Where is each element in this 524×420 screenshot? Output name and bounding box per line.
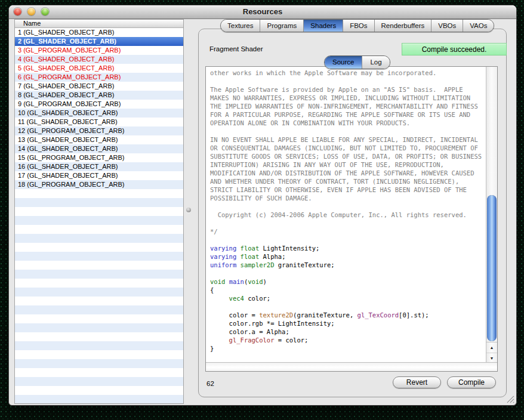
list-item[interactable]: 18 (GL_PROGRAM_OBJECT_ARB) (15, 180, 183, 189)
list-filler-row (15, 279, 183, 288)
code-line: gl_FragColor = color; (210, 336, 486, 344)
vertical-scrollbar[interactable]: ▲ ▼ (486, 67, 497, 363)
code-line: } (210, 344, 486, 353)
tab-textures[interactable]: Textures (221, 20, 260, 32)
code-line: POSSIBILITY OF SUCH DAMAGE. (210, 194, 486, 202)
code-line: varying float LightIntensity; (210, 244, 486, 252)
list-item[interactable]: 1 (GL_SHADER_OBJECT_ARB) (15, 28, 183, 37)
list-filler-row (15, 189, 183, 198)
line-count-label: 62 (206, 380, 214, 387)
shader-type-label: Fragment Shader (209, 45, 263, 52)
code-line: THE IMPLIED WARRANTIES OF NON-INFRINGEME… (210, 102, 486, 110)
code-line: FOR A PARTICULAR PURPOSE, REGARDING THE … (210, 110, 486, 119)
resource-list-body: 1 (GL_SHADER_OBJECT_ARB)2 (GL_SHADER_OBJ… (15, 28, 183, 404)
list-item[interactable]: 9 (GL_PROGRAM_OBJECT_ARB) (15, 100, 183, 109)
chevron-down-icon: ▼ (490, 356, 494, 360)
tab-log[interactable]: Log (362, 56, 389, 69)
code-line: color.a = Alpha; (210, 328, 486, 336)
list-filler-row (15, 243, 183, 252)
list-item[interactable]: 2 (GL_SHADER_OBJECT_ARB) (15, 37, 183, 46)
list-filler-row (15, 314, 183, 323)
tab-programs[interactable]: Programs (260, 20, 304, 32)
list-filler-row (15, 395, 183, 404)
horizontal-scrollbar[interactable] (206, 362, 497, 371)
scrollbar-arrows: ▲ ▼ (486, 342, 497, 363)
resource-list: Name 1 (GL_SHADER_OBJECT_ARB)2 (GL_SHADE… (14, 19, 184, 404)
list-filler-row (15, 216, 183, 225)
compile-button[interactable]: Compile (447, 376, 496, 388)
list-item[interactable]: 3 (GL_PROGRAM_OBJECT_ARB) (15, 46, 183, 55)
list-filler-row (15, 198, 183, 207)
list-item[interactable]: 10 (GL_SHADER_OBJECT_ARB) (15, 109, 183, 118)
resource-tabs: TexturesProgramsShadersFBOsRenderbuffers… (220, 19, 494, 32)
scrollbar-thumb[interactable] (487, 195, 497, 341)
chevron-up-icon: ▲ (490, 345, 494, 350)
code-line: */ (210, 227, 486, 236)
list-item[interactable]: 13 (GL_SHADER_OBJECT_ARB) (15, 135, 183, 144)
code-line (210, 127, 486, 135)
tab-vaos[interactable]: VAOs (463, 20, 494, 32)
list-item[interactable]: 7 (GL_SHADER_OBJECT_ARB) (15, 82, 183, 91)
list-filler-row (15, 350, 183, 359)
list-filler-row (15, 332, 183, 341)
code-line: color = texture2D(graniteTexture, gl_Tex… (210, 311, 486, 319)
code-line: color.rgb *= LightIntensity; (210, 319, 486, 328)
code-pane[interactable]: other works in which the Apple Software … (206, 67, 486, 363)
scroll-up-button[interactable]: ▲ (486, 342, 497, 353)
list-item[interactable]: 16 (GL_SHADER_OBJECT_ARB) (15, 162, 183, 171)
tab-shaders[interactable]: Shaders (304, 20, 343, 32)
list-item[interactable]: 4 (GL_SHADER_OBJECT_ARB) (15, 55, 183, 64)
code-line (210, 302, 486, 311)
list-item[interactable]: 8 (GL_SHADER_OBJECT_ARB) (15, 91, 183, 100)
list-item[interactable]: 11 (GL_SHADER_OBJECT_ARB) (15, 118, 183, 126)
titlebar[interactable]: Resources (9, 5, 516, 19)
app-window: Resources Name 1 (GL_SHADER_OBJECT_ARB)2… (8, 5, 517, 406)
code-line: MODIFICATION AND/OR DISTRIBUTION OF THE … (210, 169, 486, 177)
list-filler-row (15, 234, 183, 243)
splitter-grip-icon[interactable] (186, 208, 191, 212)
list-filler-row (15, 305, 183, 314)
code-line: varying float Alpha; (210, 252, 486, 261)
resize-grip-icon[interactable] (506, 395, 514, 403)
code-line (210, 77, 486, 85)
code-line (210, 202, 486, 211)
list-filler-row (15, 270, 183, 279)
list-item[interactable]: 12 (GL_PROGRAM_OBJECT_ARB) (15, 126, 183, 135)
code-line: void main(void) (210, 277, 486, 286)
list-item[interactable]: 5 (GL_SHADER_OBJECT_ARB) (15, 64, 183, 73)
list-filler-row (15, 377, 183, 386)
code-line: SUBSTITUTE GOODS OR SERVICES; LOSS OF US… (210, 152, 486, 160)
revert-button[interactable]: Revert (393, 376, 441, 388)
list-item[interactable]: 17 (GL_SHADER_OBJECT_ARB) (15, 171, 183, 180)
code-line: STRICT LIABILITY OR OTHERWISE, EVEN IF A… (210, 186, 486, 194)
code-line: uniform sampler2D graniteTexture; (210, 261, 486, 269)
code-line: vec4 color; (210, 294, 486, 302)
code-line: other works in which the Apple Software … (210, 69, 486, 77)
list-item[interactable]: 14 (GL_SHADER_OBJECT_ARB) (15, 144, 183, 153)
list-item[interactable]: 6 (GL_PROGRAM_OBJECT_ARB) (15, 73, 183, 82)
source-log-tabs: SourceLog (324, 55, 390, 69)
tab-renderbuffers[interactable]: Renderbuffers (375, 20, 432, 32)
tab-vbos[interactable]: VBOs (431, 20, 463, 32)
code-line: AND WHETHER UNDER THEORY OF CONTRACT, TO… (210, 177, 486, 186)
code-line: Copyright (c) 2004-2006 Apple Computer, … (210, 211, 486, 219)
code-line (210, 236, 486, 244)
list-filler-row (15, 368, 183, 377)
list-filler-row (15, 297, 183, 305)
window-title: Resources (9, 5, 516, 18)
code-line: OPERATION ALONE OR IN COMBINATION WITH Y… (210, 119, 486, 127)
list-filler-row (15, 323, 183, 332)
code-line (210, 269, 486, 277)
tab-source[interactable]: Source (325, 56, 362, 69)
list-filler-row (15, 386, 183, 395)
list-filler-row (15, 341, 183, 350)
tab-fbos[interactable]: FBOs (343, 20, 374, 32)
desktop-background: Resources Name 1 (GL_SHADER_OBJECT_ARB)2… (0, 0, 524, 420)
list-item[interactable]: 15 (GL_PROGRAM_OBJECT_ARB) (15, 153, 183, 162)
shader-source-editor[interactable]: other works in which the Apple Software … (205, 66, 498, 372)
list-filler-row (15, 225, 183, 234)
list-filler-row (15, 359, 183, 368)
code-line: IN NO EVENT SHALL APPLE BE LIABLE FOR AN… (210, 135, 486, 144)
code-line (210, 219, 486, 227)
name-column-header[interactable]: Name (15, 20, 183, 28)
